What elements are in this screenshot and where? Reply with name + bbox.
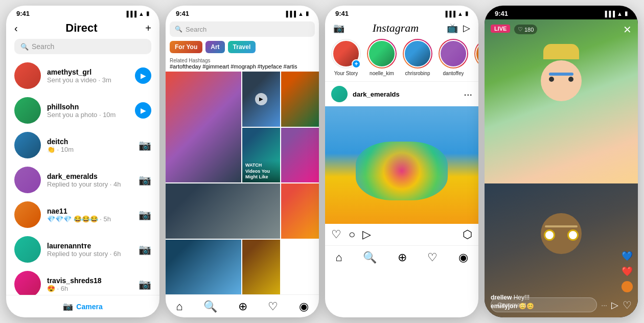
explore-search-container: 🔍 Search: [166, 19, 319, 39]
mosaic-cell[interactable]: [281, 183, 319, 239]
explore-search-placeholder: Search: [186, 26, 206, 33]
story-ring: [367, 39, 397, 68]
dm-username: dark_emeralds: [47, 172, 132, 180]
dm-preview: 😍 · 6h: [47, 285, 132, 292]
feed-post-image: [325, 106, 478, 224]
comment-input[interactable]: Comment: [491, 297, 597, 312]
dm-info: dark_emeralds Replied to your story · 4h: [47, 172, 132, 188]
dm-info: laurenanntте Replied to your story · 6h: [47, 242, 132, 258]
dm-list: amethyst_grl Sent you a video · 3m ▶ phi…: [6, 58, 159, 295]
story-avatar: [368, 40, 396, 67]
like-button[interactable]: ♡: [331, 228, 341, 241]
live-comment-input-bar: Comment ··· ▷ ♡: [491, 297, 632, 312]
mosaic-cell[interactable]: [166, 183, 280, 239]
story-item[interactable]: heyach: [474, 39, 478, 76]
dm-item[interactable]: amethyst_grl Sent you a video · 3m ▶: [6, 58, 159, 93]
send-comment-button[interactable]: ▷: [611, 299, 618, 311]
mosaic-cell[interactable]: [166, 72, 241, 182]
battery-icon-1: ▮: [146, 10, 149, 17]
status-time-3: 9:41: [335, 10, 349, 17]
status-time-4: 9:41: [495, 10, 508, 17]
dm-item[interactable]: nae11 💎💎💎 😂😂😂 · 5h 📷: [6, 197, 159, 232]
related-hashtags: Related Hashtags #artoftheday #gimmeart …: [166, 55, 319, 72]
tv-icon[interactable]: 📺: [447, 22, 458, 34]
tab-for-you[interactable]: For You: [170, 41, 202, 53]
mosaic-cell[interactable]: [281, 72, 319, 127]
tab-travel[interactable]: Travel: [228, 41, 256, 53]
add-icon-nav-3[interactable]: ⊕: [398, 251, 407, 264]
status-bar-1: 9:41 ▐▐▐ ▲ ▮: [6, 6, 159, 19]
camera-icon[interactable]: 📷: [139, 243, 151, 256]
explore-search-input[interactable]: 🔍 Search: [170, 21, 315, 37]
send-button[interactable]: ▶: [135, 67, 151, 84]
profile-icon-nav-3[interactable]: ◉: [458, 251, 468, 264]
story-label: dantoffey: [443, 71, 464, 76]
close-live-button[interactable]: ✕: [623, 24, 632, 36]
dm-item[interactable]: deitch 👏 · 10m 📷: [6, 128, 159, 163]
more-options-button[interactable]: ···: [464, 88, 472, 100]
dm-action[interactable]: ▶: [135, 102, 151, 119]
search-icon-explore: 🔍: [175, 26, 182, 33]
avatar: [14, 132, 41, 158]
story-item[interactable]: noelle_kim: [367, 39, 397, 76]
search-icon-nav[interactable]: 🔍: [203, 300, 217, 313]
send-button[interactable]: ▶: [135, 102, 151, 119]
camera-icon[interactable]: 📷: [139, 209, 151, 221]
camera-icon[interactable]: 📷: [139, 139, 151, 151]
search-placeholder: Search: [32, 42, 54, 51]
status-icons-2: ▐▐▐ ▲ ▮: [284, 10, 309, 17]
dm-item[interactable]: phillsohn Sent you a photo · 10m ▶: [6, 93, 159, 128]
camera-icon[interactable]: 📷: [139, 174, 151, 186]
story-item[interactable]: dantoffey: [439, 39, 468, 76]
mosaic-cell[interactable]: [281, 128, 319, 183]
heart-icon-nav[interactable]: ♡: [268, 300, 278, 313]
direct-header: ‹ Direct +: [6, 19, 159, 39]
camera-icon[interactable]: 📷: [139, 278, 151, 290]
status-icons-1: ▐▐▐ ▲ ▮: [125, 10, 149, 17]
search-bar[interactable]: 🔍 Search: [14, 39, 151, 54]
story-add-button[interactable]: +: [352, 59, 361, 68]
mosaic-cell[interactable]: [166, 240, 241, 295]
live-content: LIVE ♡ 180 ✕: [485, 19, 638, 317]
viewer-count: 180: [524, 27, 534, 33]
add-icon-nav[interactable]: ⊕: [238, 300, 247, 313]
dm-action[interactable]: ▶: [135, 67, 151, 84]
search-icon-nav-3[interactable]: 🔍: [363, 251, 377, 264]
battery-icon-2: ▮: [306, 10, 309, 17]
camera-bottom-bar[interactable]: 📷 Camera: [6, 295, 159, 317]
heart-button[interactable]: ♡: [623, 299, 632, 311]
live-viewers: ♡ 180: [514, 25, 537, 34]
dm-info: travis_shreds18 😍 · 6h: [47, 276, 132, 292]
live-top-video: LIVE ♡ 180 ✕: [485, 19, 638, 183]
dm-item[interactable]: laurenanntте Replied to your story · 6h …: [6, 232, 159, 267]
watch-overlay: WATCHVideos You Might Like: [242, 160, 280, 182]
bookmark-button[interactable]: ⬡: [463, 228, 472, 241]
mosaic-cell[interactable]: ▶: [242, 72, 280, 127]
share-button[interactable]: ▷: [362, 228, 371, 241]
home-icon-nav-3[interactable]: ⌂: [335, 251, 342, 264]
tab-art[interactable]: Art: [205, 41, 224, 53]
story-item[interactable]: chrisrobinp: [403, 39, 432, 76]
wifi-icon-1: ▲: [139, 11, 144, 17]
mosaic-cell[interactable]: [242, 240, 280, 295]
status-time-1: 9:41: [16, 10, 30, 17]
camera-icon-feed[interactable]: 📷: [333, 22, 344, 34]
wifi-icon-4: ▲: [617, 11, 623, 17]
heart-viewer-icon: ♡: [518, 26, 523, 33]
mosaic-cell[interactable]: WATCHVideos You Might Like: [242, 128, 280, 183]
home-icon-nav[interactable]: ⌂: [176, 300, 182, 313]
story-your-story[interactable]: + Your Story: [331, 39, 361, 76]
send-icon-feed[interactable]: ▷: [463, 22, 470, 34]
compose-button[interactable]: +: [145, 22, 151, 34]
heart-reaction-blue: 💙: [622, 250, 633, 262]
ellipsis-options[interactable]: ···: [601, 301, 607, 309]
dm-item[interactable]: dark_emeralds Replied to your story · 4h…: [6, 163, 159, 197]
heart-icon-nav-3[interactable]: ♡: [427, 251, 438, 264]
dm-item[interactable]: travis_shreds18 😍 · 6h 📷: [6, 267, 159, 295]
profile-icon-nav[interactable]: ◉: [299, 300, 309, 313]
dm-preview: 👏 · 10m: [47, 146, 132, 153]
back-button[interactable]: ‹: [14, 22, 18, 34]
search-icon: 🔍: [20, 43, 29, 51]
direct-title: Direct: [65, 21, 97, 35]
comment-button[interactable]: ○: [349, 228, 355, 241]
